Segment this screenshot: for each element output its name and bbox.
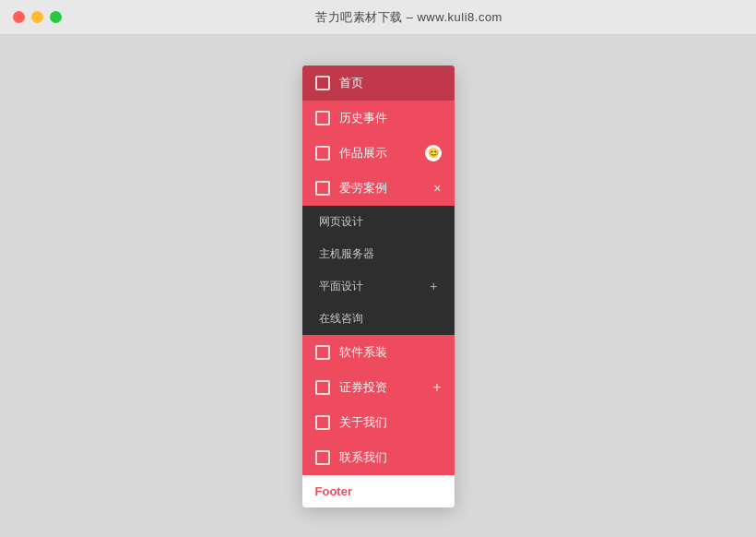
menu-footer[interactable]: Footer: [302, 475, 455, 507]
menu-label-investment: 证券投资: [339, 379, 433, 396]
menu-label-contact: 联系我们: [339, 449, 442, 466]
contact-icon: [315, 450, 330, 465]
menu-label-home: 首页: [339, 75, 442, 91]
menu-item-cases[interactable]: 爱劳案例 ×: [302, 171, 455, 206]
flatdesign-plus-icon[interactable]: +: [430, 279, 437, 293]
menu-item-contact[interactable]: 联系我们: [302, 440, 455, 475]
minimize-button[interactable]: [31, 11, 43, 23]
menu-item-investment[interactable]: 证券投资 +: [302, 370, 455, 405]
menu-section-dark: 网页设计 主机服务器 平面设计 + 在线咨询: [302, 206, 455, 335]
menu-label-cases: 爱劳案例: [339, 180, 434, 197]
menu-label-works: 作品展示: [339, 145, 425, 161]
menu-label-software: 软件系装: [339, 344, 442, 361]
flatdesign-label: 平面设计: [319, 279, 363, 294]
footer-label: Footer: [315, 484, 352, 498]
history-icon: [315, 111, 330, 125]
about-icon: [315, 415, 330, 430]
menu-item-consulting[interactable]: 在线咨询: [302, 303, 455, 335]
menu-item-about[interactable]: 关于我们: [302, 405, 455, 440]
cases-icon: [315, 181, 330, 196]
investment-icon: [315, 380, 330, 395]
home-icon: [315, 76, 330, 90]
window-title: 苦力吧素材下载 – www.kuli8.com: [75, 9, 743, 26]
works-badge: 😊: [425, 145, 442, 161]
titlebar: 苦力吧素材下载 – www.kuli8.com: [0, 0, 756, 35]
consulting-label: 在线咨询: [319, 311, 363, 327]
menu-item-webdesign[interactable]: 网页设计: [302, 206, 455, 238]
menu-item-works[interactable]: 作品展示 😊: [302, 136, 455, 171]
menu-section-bottom: 软件系装 证券投资 + 关于我们 联系我们: [302, 335, 455, 475]
hosting-label: 主机服务器: [319, 246, 374, 262]
software-icon: [315, 345, 330, 360]
menu-item-software[interactable]: 软件系装: [302, 335, 455, 370]
close-button[interactable]: [13, 11, 25, 23]
investment-plus-icon[interactable]: +: [432, 379, 441, 396]
cases-close-icon[interactable]: ×: [433, 181, 441, 196]
works-icon: [315, 146, 330, 161]
menu-item-home[interactable]: 首页: [302, 66, 455, 101]
menu-label-history: 历史事件: [339, 110, 442, 126]
menu-item-flatdesign[interactable]: 平面设计 +: [302, 270, 455, 303]
menu-item-hosting[interactable]: 主机服务器: [302, 238, 455, 270]
main-content: 首页 历史事件 作品展示 😊 爱劳案例 × 网页设计: [0, 35, 756, 537]
menu-section-top: 首页 历史事件 作品展示 😊 爱劳案例 ×: [302, 66, 455, 206]
webdesign-label: 网页设计: [319, 214, 363, 230]
menu-label-about: 关于我们: [339, 414, 442, 431]
maximize-button[interactable]: [50, 11, 62, 23]
menu-item-history[interactable]: 历史事件: [302, 101, 455, 136]
menu-container: 首页 历史事件 作品展示 😊 爱劳案例 × 网页设计: [302, 66, 455, 507]
titlebar-buttons: [13, 11, 62, 23]
